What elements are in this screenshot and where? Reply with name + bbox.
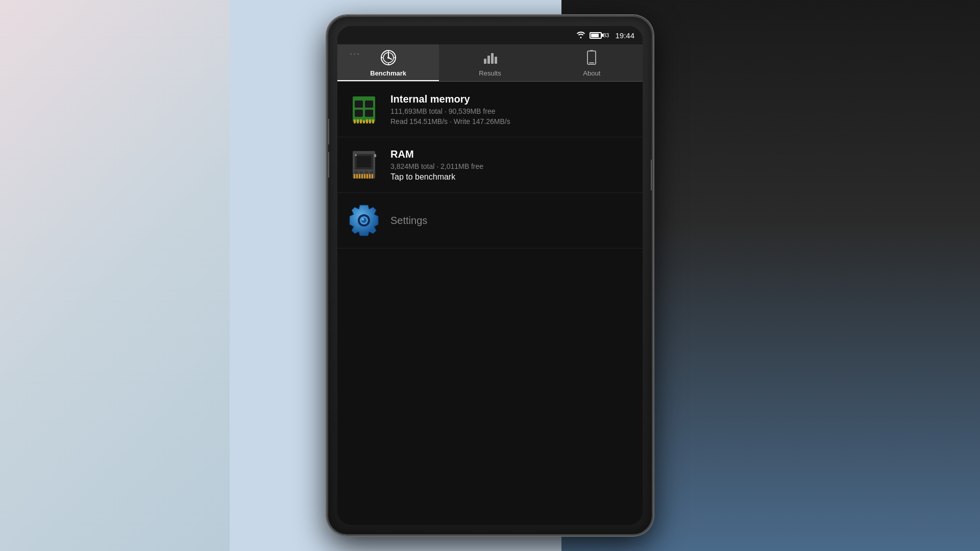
svg-point-50 [362, 218, 364, 220]
svg-rect-14 [589, 62, 594, 63]
background-left [0, 0, 230, 551]
ram-icon [349, 147, 379, 183]
internal-memory-text: Internal memory 111,693MB total · 90,539… [390, 93, 510, 126]
svg-rect-42 [360, 171, 363, 173]
svg-rect-23 [372, 119, 374, 123]
svg-rect-21 [366, 119, 368, 123]
svg-rect-22 [369, 119, 371, 123]
svg-rect-9 [484, 59, 486, 64]
svg-rect-26 [355, 110, 363, 117]
svg-rect-24 [355, 101, 363, 108]
internal-memory-title: Internal memory [390, 93, 510, 105]
tab-about-label: About [583, 69, 600, 77]
svg-rect-16 [353, 96, 375, 122]
settings-gear-icon [347, 203, 381, 238]
svg-rect-12 [495, 57, 497, 64]
svg-rect-44 [370, 171, 373, 173]
internal-memory-sub1: 111,693MB total · 90,539MB free [390, 107, 510, 115]
battery-fill [591, 34, 599, 37]
svg-rect-41 [355, 171, 358, 173]
ram-sub1: 3,824MB total · 2,011MB free [390, 162, 483, 170]
internal-memory-sub2: Read 154.51MB/s · Write 147.26MB/s [390, 117, 510, 126]
battery-icon [590, 32, 602, 39]
settings-item[interactable]: Settings [337, 193, 643, 248]
settings-title: Settings [390, 215, 427, 227]
tab-benchmark-label: Benchmark [370, 69, 406, 77]
power-button[interactable] [651, 160, 653, 190]
settings-text: Settings [390, 215, 427, 227]
svg-rect-25 [365, 101, 373, 108]
ram-action[interactable]: Tap to benchmark [390, 172, 483, 182]
ram-text: RAM 3,824MB total · 2,011MB free Tap to … [390, 148, 483, 182]
svg-rect-38 [366, 174, 368, 179]
settings-icon-wrap [346, 202, 382, 239]
svg-rect-34 [356, 174, 358, 179]
svg-point-49 [361, 218, 366, 223]
tab-results-label: Results [479, 69, 501, 77]
svg-rect-43 [365, 171, 368, 173]
svg-rect-37 [364, 174, 365, 179]
phone-body: 83 19:44 [327, 15, 653, 536]
internal-memory-icon-wrap [346, 91, 382, 128]
vol-down-button[interactable] [327, 152, 329, 178]
results-icon [482, 49, 498, 68]
tab-about[interactable]: About [541, 44, 643, 81]
svg-rect-40 [372, 174, 373, 179]
svg-rect-27 [365, 110, 373, 117]
svg-rect-36 [361, 174, 363, 179]
benchmark-icon [380, 49, 397, 68]
ram-item[interactable]: RAM 3,824MB total · 2,011MB free Tap to … [337, 137, 643, 193]
svg-rect-39 [369, 174, 371, 179]
svg-rect-11 [491, 53, 494, 64]
internal-memory-item[interactable]: Internal memory 111,693MB total · 90,539… [337, 82, 643, 137]
svg-rect-15 [590, 50, 593, 51]
vol-up-button[interactable] [327, 119, 329, 144]
phone-screen: 83 19:44 [337, 26, 643, 525]
content-area: ... [337, 82, 643, 525]
svg-rect-28 [363, 119, 365, 120]
battery-indicator: 83 [590, 32, 609, 39]
wifi-icon [576, 31, 585, 40]
ram-icon-wrap [346, 146, 382, 183]
svg-rect-33 [354, 174, 355, 179]
svg-rect-31 [357, 156, 371, 167]
svg-rect-17 [354, 119, 356, 123]
tab-results[interactable]: Results [439, 44, 541, 81]
tab-bar: Benchmark Results [337, 44, 643, 82]
svg-rect-35 [359, 174, 360, 179]
svg-rect-45 [374, 154, 376, 157]
status-time: 19:44 [615, 31, 634, 40]
status-bar: 83 19:44 [337, 26, 643, 44]
svg-point-32 [355, 154, 357, 156]
internal-memory-icon [349, 91, 379, 127]
ram-title: RAM [390, 148, 483, 160]
battery-percent: 83 [603, 32, 609, 38]
svg-rect-18 [357, 119, 359, 123]
svg-rect-10 [487, 56, 490, 64]
about-icon [583, 49, 600, 68]
svg-rect-19 [360, 119, 362, 123]
svg-line-4 [388, 58, 391, 59]
phone-wrapper: 83 19:44 [327, 15, 653, 536]
